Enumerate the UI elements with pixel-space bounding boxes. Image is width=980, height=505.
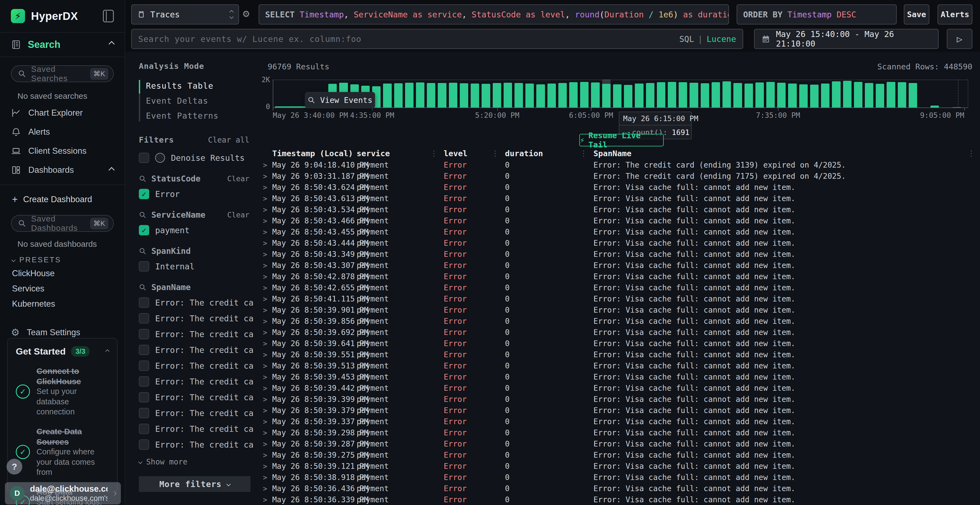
- sidebar-collapse-icon[interactable]: [103, 10, 114, 22]
- show-more-link[interactable]: Show more: [139, 457, 253, 466]
- table-row[interactable]: >May 26 8:50:39.121 PMpaymentError0Error…: [259, 461, 980, 472]
- row-expand-chevron[interactable]: >: [259, 451, 272, 459]
- filter-option[interactable]: Error: The credit card …: [139, 329, 253, 339]
- saved-dashboards-input[interactable]: Saved Dashboards ⌘K: [11, 215, 114, 232]
- row-expand-chevron[interactable]: >: [259, 317, 272, 326]
- table-row[interactable]: >May 26 8:50:42.655 PMpaymentError0Error…: [259, 282, 980, 293]
- filter-option[interactable]: Error: The credit card …: [139, 376, 253, 387]
- row-expand-chevron[interactable]: >: [259, 172, 272, 180]
- table-row[interactable]: >May 26 8:50:39.641 PMpaymentError0Error…: [259, 338, 980, 349]
- histogram-bar[interactable]: [887, 79, 895, 108]
- chevron-up-icon[interactable]: [109, 167, 115, 173]
- row-expand-chevron[interactable]: >: [259, 340, 272, 348]
- histogram-bar[interactable]: [722, 79, 731, 108]
- row-expand-chevron[interactable]: >: [259, 484, 272, 493]
- row-expand-chevron[interactable]: >: [259, 273, 272, 281]
- filter-checkbox[interactable]: ✓: [139, 225, 149, 235]
- get-started-item[interactable]: ✓Create Data SourcesConfigure where your…: [16, 426, 109, 478]
- sidebar-item-dashboards[interactable]: Dashboards: [11, 160, 114, 179]
- histogram-bar[interactable]: [482, 79, 490, 108]
- row-expand-chevron[interactable]: >: [259, 373, 272, 381]
- filter-checkbox[interactable]: [139, 360, 149, 371]
- saved-searches-input[interactable]: Saved Searches ⌘K: [11, 65, 114, 82]
- histogram-bar[interactable]: [427, 79, 435, 108]
- row-expand-chevron[interactable]: >: [259, 462, 272, 470]
- histogram-bar[interactable]: [416, 79, 425, 108]
- filter-option[interactable]: Internal: [139, 261, 253, 272]
- filter-checkbox[interactable]: [139, 440, 149, 450]
- filter-option[interactable]: Error: The credit card …: [139, 392, 253, 402]
- col-timestamp[interactable]: Timestamp (Local): [272, 149, 356, 158]
- row-expand-chevron[interactable]: >: [259, 384, 272, 392]
- table-row[interactable]: >May 26 8:50:39.379 PMpaymentError0Error…: [259, 405, 980, 416]
- row-expand-chevron[interactable]: >: [259, 183, 272, 192]
- histogram-bar[interactable]: [953, 79, 961, 108]
- clear-all-link[interactable]: Clear all: [208, 135, 249, 145]
- col-service[interactable]: service: [356, 149, 444, 158]
- lang-toggle-lucene[interactable]: Lucene: [707, 34, 736, 44]
- histogram-bar[interactable]: [668, 79, 676, 108]
- filter-option[interactable]: Error: The credit card …: [139, 345, 253, 355]
- source-settings-gear-icon[interactable]: ⚙: [243, 7, 249, 20]
- filter-checkbox[interactable]: [139, 424, 149, 434]
- table-row[interactable]: >May 26 8:50:43.534 PMpaymentError0Error…: [259, 204, 980, 215]
- histogram-bar[interactable]: [777, 79, 786, 108]
- histogram-bar[interactable]: [558, 79, 567, 108]
- run-query-button[interactable]: ▷: [947, 29, 972, 49]
- histogram-bar[interactable]: [580, 79, 589, 108]
- histogram-bar[interactable]: [843, 79, 851, 108]
- histogram-bar[interactable]: [547, 79, 556, 108]
- table-row[interactable]: >May 26 8:50:43.349 PMpaymentError0Error…: [259, 249, 980, 260]
- histogram-bar[interactable]: [646, 79, 654, 108]
- clear-filter-link[interactable]: Clear: [227, 175, 249, 183]
- table-row[interactable]: >May 26 8:50:39.856 PMpaymentError0Error…: [259, 316, 980, 327]
- chevron-up-icon[interactable]: [105, 349, 110, 353]
- clear-filter-link[interactable]: Clear: [227, 211, 249, 219]
- histogram-bar[interactable]: [569, 79, 578, 108]
- filter-option[interactable]: Error: The credit card …: [139, 297, 253, 308]
- histogram-bar[interactable]: [931, 79, 939, 108]
- table-row[interactable]: >May 26 8:50:39.692 PMpaymentError0Error…: [259, 327, 980, 338]
- filter-checkbox[interactable]: [139, 297, 149, 308]
- help-button[interactable]: ?: [6, 459, 22, 475]
- table-row[interactable]: >May 26 8:50:36.339 PMpaymentError0Error…: [259, 494, 980, 505]
- histogram-bar[interactable]: [745, 79, 753, 108]
- histogram-bars[interactable]: [328, 79, 961, 108]
- events-histogram[interactable]: 2K 0: [273, 79, 968, 108]
- table-row[interactable]: >May 26 8:50:43.466 PMpaymentError0Error…: [259, 215, 980, 226]
- table-row[interactable]: >May 26 8:50:39.287 PMpaymentError0Error…: [259, 438, 980, 449]
- row-expand-chevron[interactable]: >: [259, 329, 272, 337]
- histogram-bar[interactable]: [756, 79, 764, 108]
- histogram-bar[interactable]: [624, 79, 632, 108]
- alerts-button[interactable]: Alerts: [937, 4, 972, 24]
- table-row[interactable]: >May 26 8:50:39.901 PMpaymentError0Error…: [259, 305, 980, 316]
- more-filters-button[interactable]: More filters: [139, 476, 250, 492]
- filter-checkbox[interactable]: [139, 313, 149, 324]
- histogram-bar[interactable]: [690, 79, 698, 108]
- table-row[interactable]: >May 26 9:04:18.410 PMpaymentError0Error…: [259, 159, 980, 171]
- table-row[interactable]: >May 26 8:50:39.399 PMpaymentError0Error…: [259, 394, 980, 405]
- histogram-bar[interactable]: [438, 79, 446, 108]
- denoise-results-toggle[interactable]: Denoise Results: [139, 152, 253, 163]
- analysis-mode-results-table[interactable]: Results Table: [146, 78, 253, 93]
- histogram-bar[interactable]: [799, 79, 808, 108]
- filter-option[interactable]: Error: The credit card …: [139, 424, 253, 434]
- histogram-bar[interactable]: [405, 79, 414, 108]
- histogram-bar[interactable]: [876, 79, 884, 108]
- row-expand-chevron[interactable]: >: [259, 217, 272, 225]
- filter-option[interactable]: Error: The credit card …: [139, 313, 253, 324]
- row-expand-chevron[interactable]: >: [259, 195, 272, 203]
- row-expand-chevron[interactable]: >: [259, 239, 272, 247]
- table-row[interactable]: >May 26 8:50:39.551 PMpaymentError0Error…: [259, 349, 980, 360]
- row-expand-chevron[interactable]: >: [259, 418, 272, 426]
- analysis-mode-event-patterns[interactable]: Event Patterns: [146, 108, 253, 123]
- filter-checkbox[interactable]: [139, 408, 149, 418]
- get-started-item[interactable]: ✓Connect to ClickHouseSet up your databa…: [16, 366, 109, 417]
- histogram-bar[interactable]: [602, 79, 611, 108]
- row-expand-chevron[interactable]: >: [259, 306, 272, 314]
- histogram-bar[interactable]: [449, 79, 457, 108]
- histogram-bar[interactable]: [821, 79, 829, 108]
- table-row[interactable]: >May 26 8:50:43.624 PMpaymentError0Error…: [259, 182, 980, 193]
- table-row[interactable]: >May 26 8:50:39.513 PMpaymentError0Error…: [259, 360, 980, 372]
- histogram-bar[interactable]: [941, 79, 950, 108]
